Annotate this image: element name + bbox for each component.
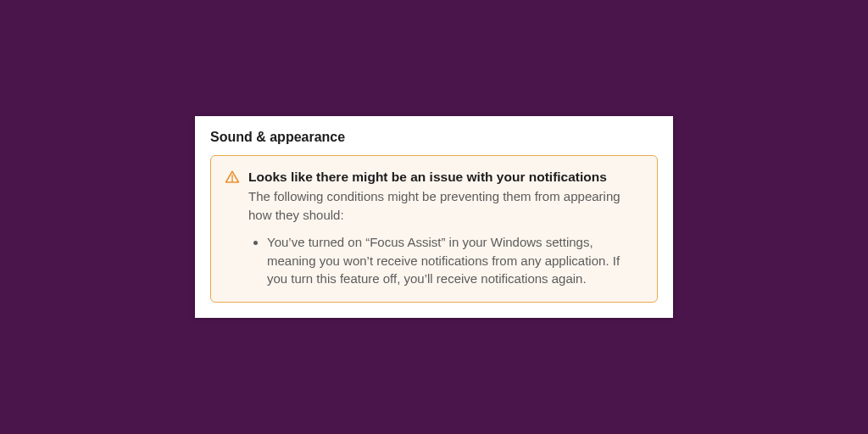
alert-content: Looks like there might be an issue with … (248, 168, 643, 288)
warning-triangle-icon (225, 170, 240, 185)
settings-panel: Sound & appearance Looks like there migh… (195, 116, 673, 318)
list-item: You’ve turned on “Focus Assist” in your … (267, 233, 643, 288)
notification-warning-alert: Looks like there might be an issue with … (210, 155, 658, 303)
alert-bullet-list: You’ve turned on “Focus Assist” in your … (248, 233, 643, 288)
alert-subtext: The following conditions might be preven… (248, 187, 643, 225)
section-title: Sound & appearance (210, 130, 658, 145)
svg-point-1 (232, 180, 233, 181)
alert-title: Looks like there might be an issue with … (248, 168, 643, 186)
